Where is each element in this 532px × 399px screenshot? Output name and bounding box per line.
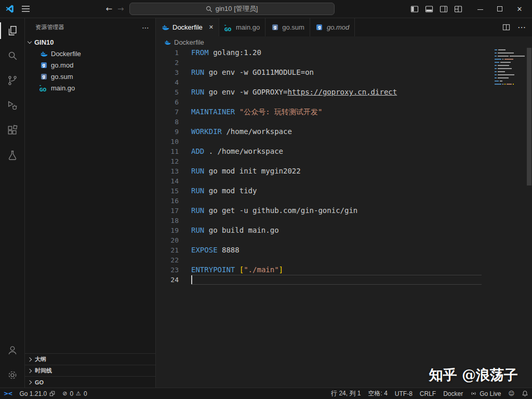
- breadcrumb-item[interactable]: Dockerfile: [174, 38, 204, 46]
- source-control-icon[interactable]: [0, 68, 25, 93]
- tab-label: go.mod: [327, 23, 349, 31]
- error-icon: ⊘: [62, 390, 67, 397]
- code-line-12[interactable]: 12: [156, 156, 532, 166]
- text-cursor: [191, 275, 192, 284]
- go-sum-icon: g: [271, 23, 279, 32]
- tab-go-mod[interactable]: g go.mod: [310, 18, 355, 36]
- code-line-10[interactable]: 10: [156, 137, 532, 147]
- code-line-24[interactable]: 24: [156, 275, 532, 285]
- file-go-sum[interactable]: g go.sum: [25, 71, 155, 82]
- code-line-3[interactable]: 3RUN go env -w GO111MODULE=on: [156, 68, 532, 77]
- toggle-primary-sidebar-icon[interactable]: [410, 5, 419, 13]
- go-mod-icon: g: [315, 23, 324, 32]
- search-sidebar-icon[interactable]: [0, 43, 25, 68]
- chevron-right-icon: [28, 357, 32, 361]
- line-number: 13: [156, 166, 179, 176]
- panel-label: 大纲: [35, 355, 46, 363]
- go-version-status[interactable]: Go 1.21.0: [16, 388, 59, 399]
- back-icon[interactable]: ←: [105, 4, 112, 14]
- title-bar: ← → gin10 [管理员]: [0, 0, 532, 18]
- sidebar-title: 资源管理器: [35, 23, 64, 31]
- file-label: main.go: [51, 84, 75, 92]
- tab-label: Dockerfile: [172, 23, 203, 31]
- code-line-15[interactable]: 15RUN go mod tidy: [156, 186, 532, 196]
- extensions-icon[interactable]: [0, 118, 25, 143]
- chevron-down-icon: [28, 39, 32, 43]
- code-line-2[interactable]: 2: [156, 58, 532, 68]
- file-main-go[interactable]: -GO main.go: [25, 82, 155, 94]
- timeline-panel-header[interactable]: 时间线: [25, 365, 155, 376]
- line-number: 17: [156, 206, 179, 216]
- toggle-secondary-sidebar-icon[interactable]: [440, 5, 448, 13]
- problems-status[interactable]: ⊘ 0 ⚠ 0: [59, 388, 90, 399]
- testing-icon[interactable]: [0, 143, 25, 168]
- code-line-20[interactable]: 20: [156, 235, 532, 245]
- indentation-status[interactable]: 空格: 4: [364, 388, 391, 399]
- breadcrumb[interactable]: Dockerfile: [156, 36, 532, 48]
- code-line-8[interactable]: 8: [156, 117, 532, 127]
- command-center-search[interactable]: gin10 [管理员]: [129, 3, 335, 15]
- line-number: 6: [156, 97, 179, 107]
- vscode-window: ← → gin10 [管理员]: [0, 0, 532, 399]
- outline-panel-header[interactable]: 大纲: [25, 353, 155, 365]
- code-line-4[interactable]: 4: [156, 77, 532, 87]
- folder-label: GIN10: [34, 38, 54, 46]
- file-dockerfile[interactable]: Dockerfile: [25, 48, 155, 59]
- accounts-icon[interactable]: [0, 338, 25, 363]
- tab-main-go[interactable]: -GO main.go: [219, 18, 265, 36]
- line-number: 24: [156, 275, 179, 285]
- code-line-17[interactable]: 17RUN go get -u github.com/gin-gonic/gin: [156, 206, 532, 216]
- menu-icon[interactable]: [22, 6, 30, 12]
- explorer-icon[interactable]: [0, 18, 25, 43]
- code-line-11[interactable]: 11ADD . /home/workspace: [156, 147, 532, 156]
- editor[interactable]: 1FROM golang:1.2023RUN go env -w GO111MO…: [156, 48, 532, 388]
- code-line-1[interactable]: 1FROM golang:1.20: [156, 48, 532, 58]
- encoding-status[interactable]: UTF-8: [391, 388, 416, 399]
- tab-go-sum[interactable]: g go.sum: [265, 18, 310, 36]
- feedback-icon[interactable]: ☺: [505, 388, 518, 399]
- editor-scrollbar[interactable]: [527, 48, 531, 185]
- split-editor-icon[interactable]: [502, 23, 510, 31]
- code-line-18[interactable]: 18: [156, 216, 532, 225]
- maximize-button[interactable]: [494, 5, 506, 13]
- editor-more-actions-icon[interactable]: ⋯: [517, 22, 526, 32]
- minimize-button[interactable]: [474, 5, 486, 13]
- code-line-21[interactable]: 21EXPOSE 8888: [156, 245, 532, 255]
- code-line-6[interactable]: 6: [156, 97, 532, 107]
- cursor-position-status[interactable]: 行 24, 列 1: [327, 388, 364, 399]
- file-label: Dockerfile: [51, 50, 81, 58]
- line-number: 21: [156, 245, 179, 255]
- code-line-14[interactable]: 14: [156, 176, 532, 186]
- toggle-panel-icon[interactable]: [425, 5, 433, 13]
- eol-status[interactable]: CRLF: [416, 388, 440, 399]
- go-live-status[interactable]: Go Live: [467, 388, 504, 399]
- minimap[interactable]: [495, 49, 525, 87]
- run-debug-icon[interactable]: [0, 93, 25, 118]
- code-line-19[interactable]: 19RUN go build main.go: [156, 225, 532, 235]
- folder-gin10[interactable]: GIN10: [25, 36, 155, 48]
- file-go-mod[interactable]: g go.mod: [25, 59, 155, 71]
- code-line-9[interactable]: 9WORKDIR /home/workspace: [156, 127, 532, 137]
- line-number: 8: [156, 117, 179, 127]
- line-number: 20: [156, 235, 179, 245]
- tab-dockerfile[interactable]: Dockerfile ✕: [156, 18, 219, 36]
- settings-gear-icon[interactable]: [0, 363, 25, 388]
- go-panel-header[interactable]: GO: [25, 376, 155, 388]
- code-line-16[interactable]: 16: [156, 196, 532, 206]
- code-line-7[interactable]: 7MAINTAINER "公众号: 玩转测试开发": [156, 107, 532, 117]
- customize-layout-icon[interactable]: [454, 5, 462, 13]
- notifications-bell-icon[interactable]: [518, 388, 532, 399]
- panel-label: 时间线: [35, 367, 52, 375]
- code-line-5[interactable]: 5RUN go env -w GOPROXY=https://goproxy.c…: [156, 87, 532, 97]
- close-button[interactable]: ✕: [513, 5, 526, 13]
- go-mod-icon: g: [39, 61, 48, 69]
- language-mode-status[interactable]: Docker: [440, 388, 467, 399]
- line-number: 22: [156, 255, 179, 265]
- remote-indicator[interactable]: ><: [0, 388, 16, 399]
- forward-icon[interactable]: →: [117, 4, 124, 14]
- explorer-more-actions-icon[interactable]: ⋯: [142, 23, 149, 32]
- code-line-13[interactable]: 13RUN go mod init mygin2022: [156, 166, 532, 176]
- code-line-22[interactable]: 22: [156, 255, 532, 265]
- close-tab-icon[interactable]: ✕: [209, 24, 214, 31]
- code-line-23[interactable]: 23ENTRYPOINT ["./main"]: [156, 265, 532, 275]
